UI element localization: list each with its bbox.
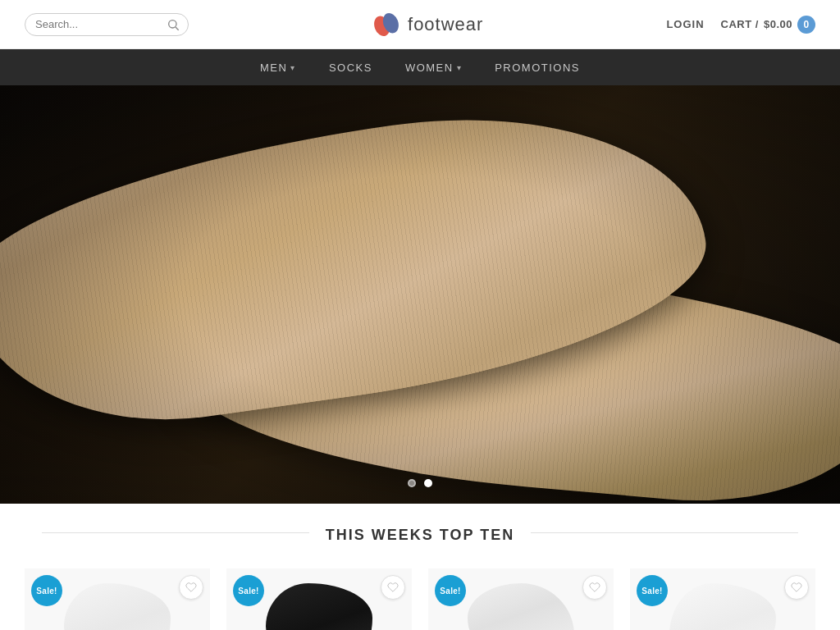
product-image-wrap: Sale! bbox=[630, 568, 815, 630]
logo-icon bbox=[372, 10, 401, 39]
search-form[interactable] bbox=[25, 13, 189, 36]
wishlist-button[interactable] bbox=[179, 575, 203, 600]
slider-dot-1[interactable] bbox=[408, 479, 416, 487]
nav-item-men[interactable]: MEN ▾ bbox=[260, 62, 296, 74]
product-card[interactable]: Sale! bbox=[420, 560, 622, 630]
nav-item-women[interactable]: WOMEN ▾ bbox=[405, 62, 462, 74]
svg-line-1 bbox=[176, 27, 179, 30]
product-card[interactable]: Sale! bbox=[218, 560, 420, 630]
nav-promotions-label: PROMOTIONS bbox=[495, 62, 580, 74]
hero-slider bbox=[0, 85, 840, 504]
slider-dots bbox=[408, 479, 432, 487]
product-image-wrap: Sale! bbox=[25, 568, 210, 630]
svg-point-0 bbox=[169, 20, 176, 27]
heart-icon bbox=[791, 582, 802, 593]
heart-icon bbox=[185, 582, 197, 593]
product-image bbox=[266, 583, 372, 631]
logo-text: footwear bbox=[408, 14, 483, 35]
nav-women-label: WOMEN bbox=[405, 62, 454, 74]
heart-icon bbox=[589, 582, 600, 593]
product-card[interactable]: Sale! bbox=[622, 560, 824, 630]
nav-women-chevron: ▾ bbox=[457, 63, 463, 72]
product-image-wrap: Sale! bbox=[428, 568, 614, 630]
wishlist-button[interactable] bbox=[381, 575, 405, 600]
wishlist-button[interactable] bbox=[784, 575, 809, 600]
product-image-wrap: Sale! bbox=[226, 568, 412, 630]
search-icon bbox=[167, 18, 180, 31]
heart-icon bbox=[387, 582, 399, 593]
sale-badge: Sale! bbox=[435, 575, 466, 606]
sale-badge: Sale! bbox=[637, 575, 668, 606]
search-button[interactable] bbox=[167, 18, 180, 31]
cart-count: 0 bbox=[797, 16, 815, 34]
cart-amount: $0.00 bbox=[764, 18, 792, 30]
hero-overlay bbox=[0, 85, 840, 504]
wishlist-button[interactable] bbox=[582, 575, 607, 600]
slider-dot-2[interactable] bbox=[424, 479, 432, 487]
search-input[interactable] bbox=[35, 18, 167, 30]
product-image bbox=[64, 583, 171, 631]
products-row: Sale! Sale! bbox=[0, 560, 840, 630]
cart-link[interactable]: CART / $0.00 0 bbox=[721, 16, 815, 34]
hero-image bbox=[0, 85, 840, 504]
nav-socks-label: SOCKS bbox=[329, 62, 372, 74]
nav-item-promotions[interactable]: PROMOTIONS bbox=[495, 62, 580, 74]
main-nav: MEN ▾ SOCKS WOMEN ▾ PROMOTIONS bbox=[0, 49, 840, 85]
section-title-area: THIS WEEKS TOP TEN bbox=[0, 504, 840, 560]
section-title: THIS WEEKS TOP TEN bbox=[309, 527, 531, 544]
nav-item-socks[interactable]: SOCKS bbox=[329, 62, 372, 74]
product-card[interactable]: Sale! bbox=[16, 560, 218, 630]
cart-label: CART / bbox=[721, 18, 759, 30]
login-link[interactable]: LOGIN bbox=[666, 18, 704, 30]
product-image bbox=[468, 583, 574, 631]
sale-badge: Sale! bbox=[31, 575, 62, 606]
site-logo[interactable]: footwear bbox=[372, 10, 483, 39]
nav-men-chevron: ▾ bbox=[290, 63, 296, 72]
product-image bbox=[669, 583, 776, 631]
nav-men-label: MEN bbox=[260, 62, 287, 74]
top-ten-section: THIS WEEKS TOP TEN Sale! Sale! bbox=[0, 504, 840, 630]
site-header: footwear LOGIN CART / $0.00 0 bbox=[0, 0, 840, 49]
header-right: LOGIN CART / $0.00 0 bbox=[666, 16, 815, 34]
sale-badge: Sale! bbox=[233, 575, 264, 606]
